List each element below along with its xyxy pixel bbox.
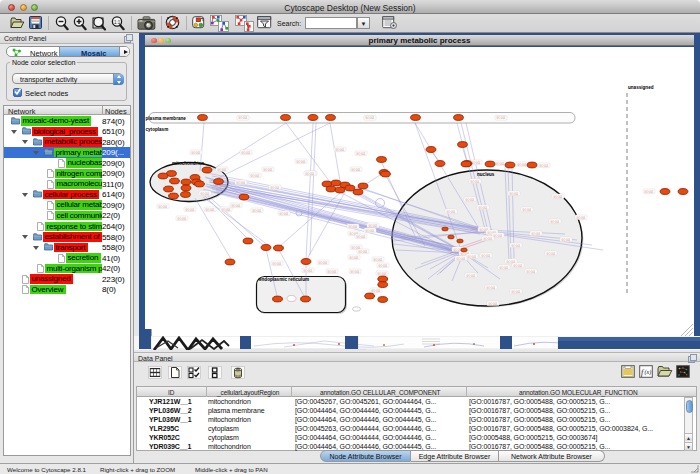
svg-text:GO:004: GO:004 [279, 212, 289, 216]
svg-text:GO:004: GO:004 [185, 208, 195, 212]
svg-text:GO:004: GO:004 [470, 180, 480, 184]
svg-text:GO:004: GO:004 [335, 148, 345, 152]
svg-text:GO:004: GO:004 [576, 216, 586, 220]
svg-text:GO:004: GO:004 [378, 264, 388, 268]
svg-text:GO:004: GO:004 [511, 244, 521, 248]
svg-text:GO:004: GO:004 [478, 206, 488, 210]
svg-text:GO:004: GO:004 [526, 270, 536, 274]
svg-text:GO:004: GO:004 [205, 208, 215, 212]
svg-text:GO:004: GO:004 [318, 261, 328, 265]
svg-text:unassigned: unassigned [628, 85, 654, 90]
svg-text:GO:004: GO:004 [356, 235, 366, 239]
svg-text:GO:004: GO:004 [471, 161, 481, 165]
svg-text:1:1: 1:1 [114, 20, 121, 25]
svg-text:GO:004: GO:004 [465, 198, 475, 202]
svg-text:GO:004: GO:004 [531, 232, 541, 236]
svg-text:GO:004: GO:004 [351, 168, 361, 172]
svg-text:GO:004: GO:004 [495, 162, 505, 166]
svg-text:GO:004: GO:004 [191, 151, 201, 155]
svg-text:GO:004: GO:004 [365, 116, 375, 120]
svg-text:GO:004: GO:004 [270, 186, 280, 190]
svg-text:GO:004: GO:004 [368, 224, 378, 228]
svg-text:GO:004: GO:004 [499, 266, 509, 270]
svg-text:GO:004: GO:004 [513, 264, 523, 268]
svg-text:GO:004: GO:004 [217, 168, 227, 172]
svg-text:GO:004: GO:004 [488, 302, 498, 306]
svg-text:cytoplasm: cytoplasm [146, 127, 169, 132]
svg-text:nucleus: nucleus [477, 172, 495, 177]
svg-text:GO:004: GO:004 [358, 250, 368, 254]
svg-text:GO:004: GO:004 [493, 234, 503, 238]
svg-text:GO:004: GO:004 [350, 270, 360, 274]
svg-text:GO:004: GO:004 [481, 254, 491, 258]
svg-text:GO:004: GO:004 [466, 274, 476, 278]
svg-text:GO:004: GO:004 [377, 272, 387, 276]
svg-text:GO:004: GO:004 [221, 208, 231, 212]
svg-text:GO:004: GO:004 [303, 269, 313, 273]
svg-text:GO:004: GO:004 [456, 257, 466, 261]
svg-text:GO:004: GO:004 [250, 174, 260, 178]
svg-text:GO:004: GO:004 [517, 163, 527, 167]
svg-text:GO:004: GO:004 [263, 168, 273, 172]
svg-text:GO:004: GO:004 [483, 237, 493, 241]
svg-text:plasma membrane: plasma membrane [146, 116, 187, 121]
svg-text:(x): (x) [645, 369, 652, 376]
svg-text:GO:004: GO:004 [371, 289, 381, 293]
svg-text:GO:004: GO:004 [373, 258, 383, 262]
svg-text:GO:004: GO:004 [467, 255, 477, 259]
svg-text:GO:004: GO:004 [305, 172, 315, 176]
svg-text:GO:004: GO:004 [348, 225, 358, 229]
svg-text:GO:004: GO:004 [349, 256, 359, 260]
svg-text:GO:004: GO:004 [200, 192, 210, 196]
svg-text:GO:004: GO:004 [511, 290, 521, 294]
svg-text:GO:004: GO:004 [252, 209, 262, 213]
svg-text:GO:004: GO:004 [446, 210, 456, 214]
svg-text:GO:004: GO:004 [231, 204, 241, 208]
svg-text:GO:004: GO:004 [644, 190, 654, 194]
svg-text:GO:004: GO:004 [553, 195, 563, 199]
svg-text:mitochondrion: mitochondrion [172, 161, 204, 166]
svg-text:GO:004: GO:004 [486, 286, 496, 290]
svg-text:GO:004: GO:004 [158, 205, 168, 209]
svg-text:GO:004: GO:004 [365, 229, 375, 233]
svg-text:endoplasmic reticulum: endoplasmic reticulum [259, 277, 309, 282]
svg-text:GO:004: GO:004 [546, 252, 556, 256]
svg-text:GO:004: GO:004 [272, 262, 282, 266]
svg-text:GO:004: GO:004 [522, 208, 532, 212]
svg-text:GO:004: GO:004 [496, 116, 506, 120]
svg-text:GO:004: GO:004 [550, 220, 560, 224]
svg-text:GO:004: GO:004 [238, 116, 248, 120]
svg-text:GO:004: GO:004 [177, 217, 187, 221]
svg-text:GO:004: GO:004 [539, 164, 549, 168]
svg-text:GO:004: GO:004 [509, 192, 519, 196]
svg-text:GO:004: GO:004 [241, 151, 251, 155]
svg-text:GO:004: GO:004 [296, 160, 306, 164]
svg-text:GO:004: GO:004 [327, 270, 337, 274]
svg-text:GO:004: GO:004 [561, 238, 571, 242]
svg-text:GO:004: GO:004 [356, 152, 366, 156]
svg-text:GO:004: GO:004 [236, 181, 246, 185]
